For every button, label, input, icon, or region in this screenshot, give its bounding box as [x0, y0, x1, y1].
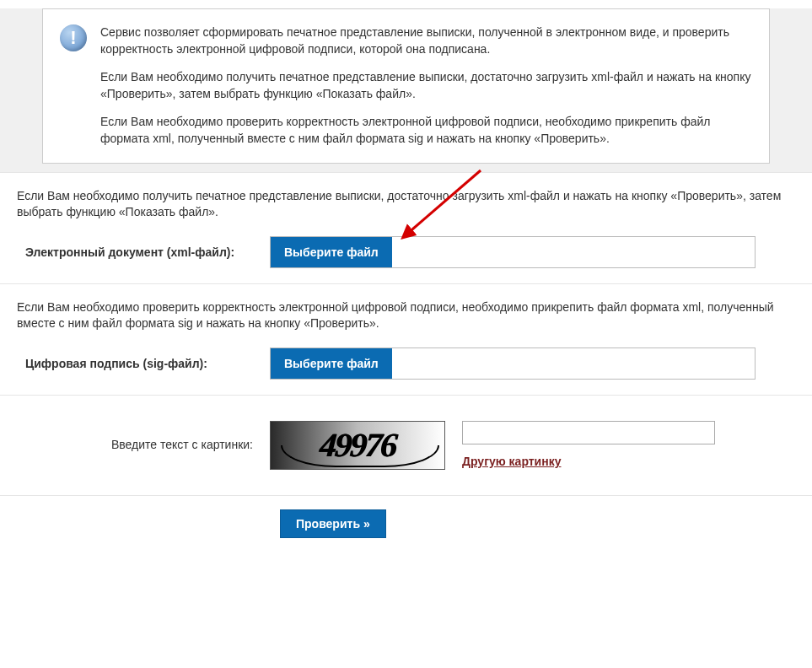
captcha-right-col: Другую картинку	[462, 421, 715, 468]
captcha-refresh-link[interactable]: Другую картинку	[462, 455, 561, 468]
xml-form-row: Электронный документ (xml-файл): Выберит…	[25, 236, 795, 268]
captcha-section: Введите текст с картинки: 49976 Другую к…	[0, 395, 812, 495]
sig-section-desc: Если Вам необходимо проверить корректнос…	[17, 299, 795, 332]
captcha-image: 49976	[270, 421, 445, 470]
page-container: ! Сервис позволяет сформировать печатное…	[0, 8, 812, 558]
info-paragraph-3: Если Вам необходимо проверить корректнос…	[100, 114, 752, 147]
xml-section-desc: Если Вам необходимо получить печатное пр…	[17, 188, 795, 221]
sig-file-field[interactable]	[392, 348, 755, 379]
sig-upload-section: Если Вам необходимо проверить корректнос…	[0, 283, 812, 395]
captcha-row: Введите текст с картинки: 49976 Другую к…	[25, 421, 795, 470]
info-icon: !	[60, 24, 87, 51]
captcha-label: Введите текст с картинки:	[25, 421, 270, 451]
sig-file-combo: Выберите файл	[270, 347, 756, 380]
xml-upload-section: Если Вам необходимо получить печатное пр…	[0, 172, 812, 283]
captcha-code: 49976	[318, 425, 396, 465]
info-panel: ! Сервис позволяет сформировать печатное…	[42, 8, 770, 164]
info-paragraph-2: Если Вам необходимо получить печатное пр…	[100, 69, 752, 102]
submit-button[interactable]: Проверить »	[280, 509, 386, 538]
info-text: Сервис позволяет сформировать печатное п…	[100, 24, 752, 148]
xml-file-combo: Выберите файл	[270, 236, 756, 268]
xml-label: Электронный документ (xml-файл):	[25, 245, 270, 259]
captcha-input[interactable]	[462, 421, 715, 444]
captcha-inner: 49976 Другую картинку	[270, 421, 715, 470]
submit-section: Проверить »	[0, 495, 812, 558]
info-paragraph-1: Сервис позволяет сформировать печатное п…	[100, 24, 752, 57]
xml-choose-file-button[interactable]: Выберите файл	[271, 237, 392, 267]
sig-choose-file-button[interactable]: Выберите файл	[271, 348, 392, 379]
sig-form-row: Цифровая подпись (sig-файл): Выберите фа…	[25, 347, 795, 380]
sig-label: Цифровая подпись (sig-файл):	[25, 357, 270, 370]
xml-file-field[interactable]	[392, 237, 755, 267]
